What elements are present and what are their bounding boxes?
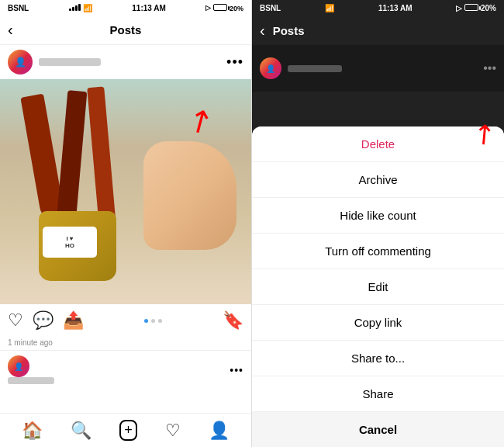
right-username-blur: [288, 65, 342, 72]
jar-label: I ♥ HO: [43, 227, 97, 258]
right-status-bar: BSNL 📶 11:13 AM ▷ 20%: [252, 0, 504, 16]
right-avatar: 👤: [260, 57, 281, 79]
copy-link-item[interactable]: Copy link: [252, 305, 504, 341]
dot-2: [151, 319, 155, 323]
right-post-preview: 👤 •••: [252, 45, 504, 92]
add-nav-button[interactable]: +: [119, 420, 137, 441]
battery-left: 20%: [213, 4, 243, 12]
comment-button[interactable]: 💬: [33, 310, 54, 331]
turn-off-commenting-item[interactable]: Turn off commenting: [252, 234, 504, 269]
jar-text-1: I ♥: [66, 235, 73, 242]
user-info: 👤: [8, 50, 101, 74]
hide-like-count-item[interactable]: Hide like count: [252, 198, 504, 234]
action-sheet: Delete Archive Hide like count Turn off …: [252, 126, 504, 447]
dot-3: [158, 319, 162, 323]
page-title-right: Posts: [273, 24, 305, 37]
share-button[interactable]: 📤: [63, 310, 84, 331]
back-button-right[interactable]: ‹: [260, 22, 265, 40]
signal-right: 📶: [325, 4, 334, 12]
second-avatar: 👤: [8, 355, 29, 377]
utensil-3: [87, 86, 116, 227]
second-user-info: 👤: [8, 355, 54, 384]
edit-item[interactable]: Edit: [252, 269, 504, 305]
dot-1: [144, 319, 148, 323]
post-action-icons: ♡ 💬 📤: [8, 310, 84, 331]
bookmark-button[interactable]: 🔖: [223, 310, 243, 331]
archive-item[interactable]: Archive: [252, 162, 504, 198]
right-more-options[interactable]: •••: [483, 61, 496, 75]
page-title-left: Posts: [110, 23, 142, 36]
status-icons-left: ▷ 20%: [205, 4, 243, 12]
red-arrow-left: ↗: [180, 99, 220, 143]
second-username-blur: [8, 377, 54, 384]
time-right: 11:13 AM: [378, 4, 413, 12]
activity-nav-button[interactable]: ♡: [165, 421, 181, 441]
carousel-indicator: [144, 319, 162, 323]
hand-area: [143, 141, 236, 250]
like-button[interactable]: ♡: [8, 310, 23, 331]
cancel-item[interactable]: Cancel: [252, 412, 504, 447]
jar-text-2: HO: [65, 242, 74, 249]
search-nav-button[interactable]: 🔍: [71, 421, 91, 441]
more-options-button[interactable]: •••: [226, 54, 243, 71]
username-blur: [39, 58, 101, 66]
home-nav-button[interactable]: 🏠: [22, 421, 43, 441]
left-nav-bar: ‹ Posts: [0, 16, 251, 45]
second-more-options[interactable]: •••: [230, 364, 243, 376]
second-post-header: 👤 •••: [0, 350, 251, 389]
share-to-item[interactable]: Share to...: [252, 341, 504, 376]
profile-nav-button[interactable]: 👤: [209, 421, 230, 441]
share-item[interactable]: Share: [252, 376, 504, 412]
back-button-left[interactable]: ‹: [8, 21, 13, 39]
avatar: 👤: [8, 50, 33, 74]
post-timestamp: 1 minute ago: [0, 337, 251, 350]
utensil-2: [57, 90, 88, 224]
carrier-left: BSNL: [8, 4, 29, 12]
left-panel: BSNL 📶 11:13 AM ▷ 20% ‹ Posts 👤: [0, 0, 252, 447]
delete-item[interactable]: Delete: [252, 126, 504, 162]
arrow-icon-left: ▷: [205, 4, 211, 12]
right-nav-bar: ‹ Posts: [252, 16, 504, 45]
battery-right: ▷ 20%: [456, 4, 496, 12]
left-status-bar: BSNL 📶 11:13 AM ▷ 20%: [0, 0, 251, 16]
post-image-content: I ♥ HO ↗: [0, 79, 252, 304]
signal-wifi-left: 📶: [69, 3, 92, 12]
carrier-right: BSNL: [260, 4, 281, 12]
post-image: I ♥ HO ↗: [0, 79, 252, 304]
post-header: 👤 •••: [0, 45, 251, 79]
right-panel: BSNL 📶 11:13 AM ▷ 20% ‹ Posts 👤 ••• ↙ De…: [252, 0, 504, 447]
time-left: 11:13 AM: [132, 4, 166, 12]
bottom-nav: 🏠 🔍 + ♡ 👤: [0, 413, 251, 447]
post-actions: ♡ 💬 📤 🔖: [0, 304, 251, 337]
